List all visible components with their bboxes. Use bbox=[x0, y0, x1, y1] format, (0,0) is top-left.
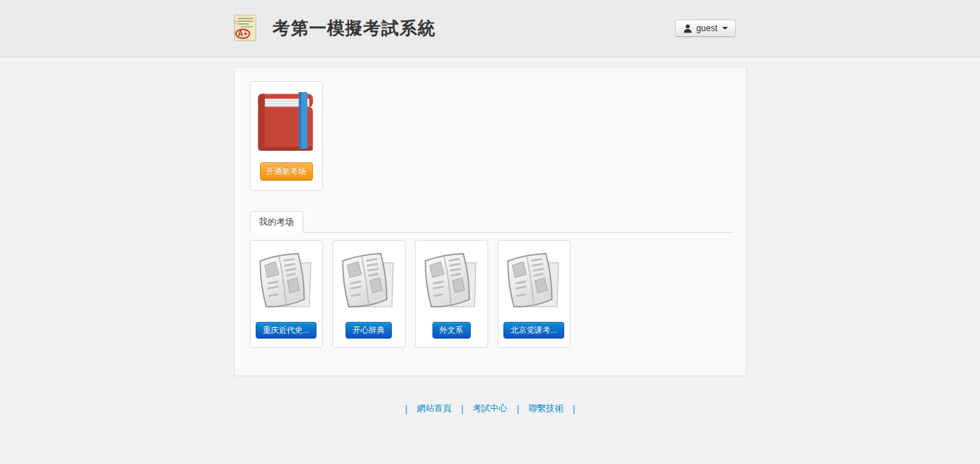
new-exam-card: 开通新考场 bbox=[250, 81, 323, 191]
exam-card: 北京党课考... bbox=[498, 240, 571, 348]
footer-separator: | bbox=[573, 404, 575, 414]
exam-card: 开心辞典 bbox=[332, 240, 406, 348]
header-container: A+ 考第一模擬考試系統 guest bbox=[234, 0, 747, 57]
newspaper-icon bbox=[502, 250, 566, 312]
footer-separator: | bbox=[461, 404, 463, 414]
page-title: 考第一模擬考試系統 bbox=[273, 17, 436, 40]
footer-separator: | bbox=[517, 404, 519, 414]
caret-down-icon bbox=[722, 27, 728, 30]
newspaper-icon bbox=[419, 250, 483, 312]
logo-grade-badge: A+ bbox=[238, 30, 248, 38]
exam-button[interactable]: 重庆近代史... bbox=[256, 322, 317, 339]
app-logo-icon: A+ bbox=[231, 14, 259, 43]
red-book-icon bbox=[256, 92, 317, 153]
newspaper-icon bbox=[254, 250, 318, 312]
footer-link-exam-center[interactable]: 考試中心 bbox=[473, 402, 508, 415]
footer-link-home[interactable]: 網站首頁 bbox=[416, 402, 451, 415]
main-panel: 开通新考场 我的考场 重庆近代史... 开心辞典 外文系 bbox=[234, 67, 747, 376]
footer-link-contact-tech[interactable]: 聯繫技術 bbox=[529, 402, 564, 415]
exam-card: 外文系 bbox=[415, 240, 488, 348]
open-new-exam-button[interactable]: 开通新考场 bbox=[260, 162, 313, 181]
tab-my-exams[interactable]: 我的考场 bbox=[250, 211, 303, 233]
user-menu-label: guest bbox=[696, 23, 717, 33]
exam-button[interactable]: 开心辞典 bbox=[345, 322, 392, 339]
newspaper-icon bbox=[337, 250, 401, 312]
header: A+ 考第一模擬考試系統 guest bbox=[0, 0, 980, 57]
footer-separator: | bbox=[405, 404, 407, 414]
user-menu-button[interactable]: guest bbox=[675, 20, 735, 37]
footer: | 網站首頁 | 考試中心 | 聯繫技術 | bbox=[0, 402, 980, 415]
tabs-bar: 我的考场 bbox=[250, 211, 733, 233]
exam-button[interactable]: 北京党课考... bbox=[503, 322, 564, 339]
exam-button[interactable]: 外文系 bbox=[432, 322, 471, 339]
user-icon bbox=[683, 24, 692, 33]
exam-cards-row: 重庆近代史... 开心辞典 外文系 北京党课考... bbox=[250, 240, 733, 348]
exam-card: 重庆近代史... bbox=[250, 240, 323, 348]
